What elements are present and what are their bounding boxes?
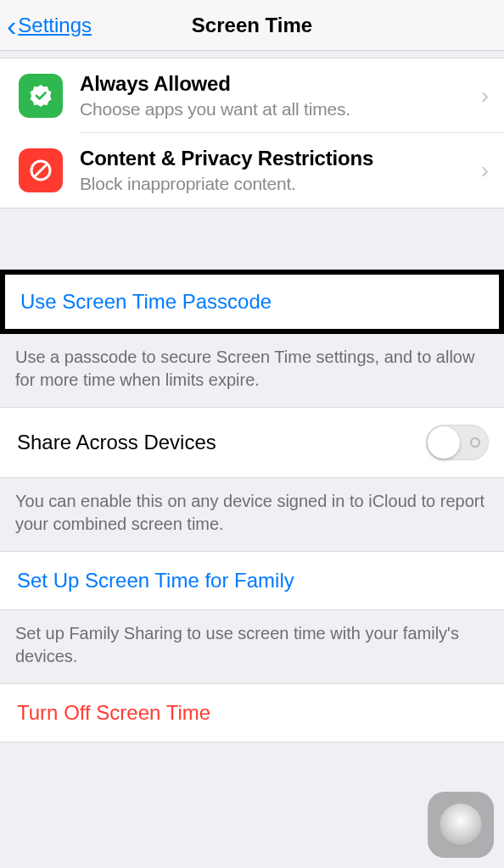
share-toggle[interactable]: [426, 425, 489, 460]
family-footer: Set up Family Sharing to use screen time…: [0, 610, 504, 683]
row-content-privacy[interactable]: Content & Privacy Restrictions Block ina…: [0, 133, 504, 209]
row-share-devices[interactable]: Share Across Devices: [0, 407, 504, 478]
assistive-touch-icon: [440, 804, 482, 846]
row-subtitle: Choose apps you want at all times.: [80, 99, 474, 120]
turnoff-label: Turn Off Screen Time: [17, 701, 210, 725]
navigation-bar: ‹ Settings Screen Time: [0, 0, 504, 51]
row-setup-family[interactable]: Set Up Screen Time for Family: [0, 551, 504, 610]
row-subtitle: Block inappropriate content.: [80, 174, 474, 194]
family-label: Set Up Screen Time for Family: [17, 569, 294, 593]
chevron-right-icon: ›: [481, 82, 489, 109]
row-always-allowed[interactable]: Always Allowed Choose apps you want at a…: [0, 58, 504, 133]
page-title: Screen Time: [192, 14, 312, 37]
assistive-touch-button[interactable]: [428, 792, 494, 858]
chevron-left-icon: ‹: [7, 11, 16, 40]
chevron-right-icon: ›: [481, 157, 489, 184]
passcode-label: Use Screen Time Passcode: [20, 290, 272, 313]
no-symbol-icon: [19, 148, 63, 192]
svg-line-1: [35, 164, 48, 177]
back-button[interactable]: ‹ Settings: [0, 11, 92, 40]
row-title: Always Allowed: [80, 72, 474, 96]
row-use-passcode[interactable]: Use Screen Time Passcode: [0, 270, 504, 334]
share-label: Share Across Devices: [17, 431, 216, 454]
row-title: Content & Privacy Restrictions: [80, 147, 474, 170]
row-turn-off[interactable]: Turn Off Screen Time: [0, 683, 504, 743]
passcode-footer: Use a passcode to secure Screen Time set…: [0, 334, 504, 407]
checkmark-seal-icon: [19, 74, 63, 118]
share-footer: You can enable this on any device signed…: [0, 478, 504, 551]
back-label: Settings: [18, 14, 92, 37]
